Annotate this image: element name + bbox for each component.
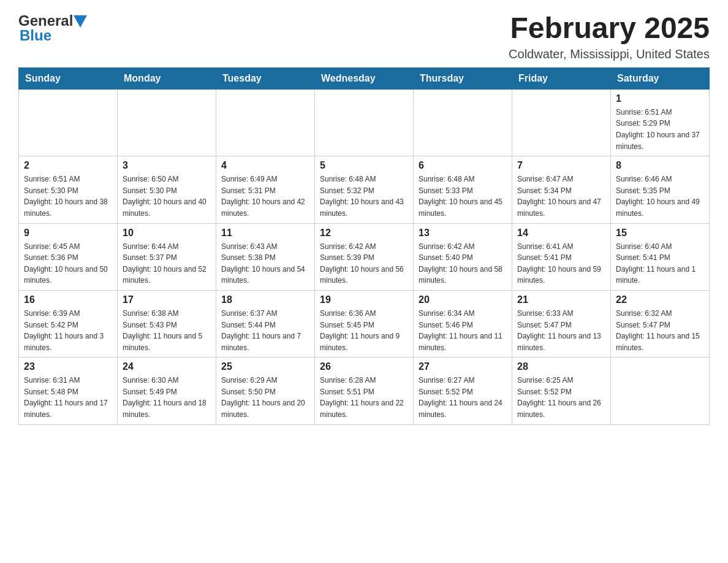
day-info: Sunrise: 6:45 AMSunset: 5:36 PMDaylight:… [24,241,112,286]
day-info: Sunrise: 6:48 AMSunset: 5:33 PMDaylight:… [419,174,507,219]
day-number: 24 [123,361,211,372]
day-info: Sunrise: 6:51 AMSunset: 5:29 PMDaylight:… [616,107,704,152]
day-number: 22 [616,294,704,305]
calendar-day-cell [216,89,315,156]
calendar-day-cell: 15Sunrise: 6:40 AMSunset: 5:41 PMDayligh… [611,223,710,290]
day-info: Sunrise: 6:48 AMSunset: 5:32 PMDaylight:… [320,174,408,219]
calendar-day-cell: 5Sunrise: 6:48 AMSunset: 5:32 PMDaylight… [315,156,414,223]
day-number: 18 [221,294,309,305]
calendar-day-cell: 25Sunrise: 6:29 AMSunset: 5:50 PMDayligh… [216,358,315,424]
day-number: 13 [419,228,507,239]
day-info: Sunrise: 6:36 AMSunset: 5:45 PMDaylight:… [320,308,408,353]
calendar-week-row: 9Sunrise: 6:45 AMSunset: 5:36 PMDaylight… [19,223,710,290]
calendar-day-cell: 23Sunrise: 6:31 AMSunset: 5:48 PMDayligh… [19,358,118,424]
day-number: 21 [517,294,605,305]
day-info: Sunrise: 6:27 AMSunset: 5:52 PMDaylight:… [419,375,507,420]
day-info: Sunrise: 6:32 AMSunset: 5:47 PMDaylight:… [616,308,704,353]
day-info: Sunrise: 6:41 AMSunset: 5:41 PMDaylight:… [517,241,605,286]
day-number: 27 [419,361,507,372]
day-number: 1 [616,93,704,104]
day-info: Sunrise: 6:43 AMSunset: 5:38 PMDaylight:… [221,241,309,286]
calendar-day-header: Monday [118,67,216,89]
day-number: 19 [320,294,408,305]
day-number: 3 [123,160,211,171]
calendar-day-cell: 3Sunrise: 6:50 AMSunset: 5:30 PMDaylight… [118,156,216,223]
day-number: 7 [517,160,605,171]
day-info: Sunrise: 6:42 AMSunset: 5:40 PMDaylight:… [419,241,507,286]
svg-marker-0 [74,15,87,28]
day-number: 23 [24,361,112,372]
calendar-day-cell: 14Sunrise: 6:41 AMSunset: 5:41 PMDayligh… [512,223,611,290]
title-block: February 2025 Coldwater, Mississippi, Un… [509,12,710,61]
calendar-day-cell: 16Sunrise: 6:39 AMSunset: 5:42 PMDayligh… [19,290,118,357]
day-number: 6 [419,160,507,171]
calendar-subtitle: Coldwater, Mississippi, United States [509,47,710,61]
day-info: Sunrise: 6:39 AMSunset: 5:42 PMDaylight:… [24,308,112,353]
day-info: Sunrise: 6:30 AMSunset: 5:49 PMDaylight:… [123,375,211,420]
calendar-day-cell: 19Sunrise: 6:36 AMSunset: 5:45 PMDayligh… [315,290,414,357]
calendar-week-row: 2Sunrise: 6:51 AMSunset: 5:30 PMDaylight… [19,156,710,223]
calendar-day-cell: 24Sunrise: 6:30 AMSunset: 5:49 PMDayligh… [118,358,216,424]
day-info: Sunrise: 6:47 AMSunset: 5:34 PMDaylight:… [517,174,605,219]
day-number: 26 [320,361,408,372]
calendar-day-header: Sunday [19,67,118,89]
calendar-day-header: Wednesday [315,67,414,89]
calendar-day-cell [315,89,414,156]
calendar-day-header: Friday [512,67,611,89]
calendar-day-cell: 21Sunrise: 6:33 AMSunset: 5:47 PMDayligh… [512,290,611,357]
day-info: Sunrise: 6:28 AMSunset: 5:51 PMDaylight:… [320,375,408,420]
calendar-day-cell [512,89,611,156]
calendar-header-row: SundayMondayTuesdayWednesdayThursdayFrid… [19,67,710,89]
calendar-week-row: 16Sunrise: 6:39 AMSunset: 5:42 PMDayligh… [19,290,710,357]
page-header: General Blue February 2025 Coldwater, Mi… [18,12,710,61]
calendar-day-cell: 9Sunrise: 6:45 AMSunset: 5:36 PMDaylight… [19,223,118,290]
day-number: 4 [221,160,309,171]
day-info: Sunrise: 6:50 AMSunset: 5:30 PMDaylight:… [123,174,211,219]
calendar-day-header: Saturday [611,67,710,89]
day-number: 17 [123,294,211,305]
day-number: 20 [419,294,507,305]
day-number: 5 [320,160,408,171]
calendar-day-cell: 11Sunrise: 6:43 AMSunset: 5:38 PMDayligh… [216,223,315,290]
day-info: Sunrise: 6:46 AMSunset: 5:35 PMDaylight:… [616,174,704,219]
calendar-day-header: Tuesday [216,67,315,89]
day-number: 11 [221,228,309,239]
day-number: 25 [221,361,309,372]
day-number: 2 [24,160,112,171]
day-info: Sunrise: 6:42 AMSunset: 5:39 PMDaylight:… [320,241,408,286]
calendar-day-cell: 17Sunrise: 6:38 AMSunset: 5:43 PMDayligh… [118,290,216,357]
calendar-day-cell: 4Sunrise: 6:49 AMSunset: 5:31 PMDaylight… [216,156,315,223]
day-info: Sunrise: 6:44 AMSunset: 5:37 PMDaylight:… [123,241,211,286]
calendar-day-cell: 2Sunrise: 6:51 AMSunset: 5:30 PMDaylight… [19,156,118,223]
day-info: Sunrise: 6:33 AMSunset: 5:47 PMDaylight:… [517,308,605,353]
day-number: 16 [24,294,112,305]
calendar-day-cell: 27Sunrise: 6:27 AMSunset: 5:52 PMDayligh… [414,358,512,424]
calendar-day-cell [414,89,512,156]
day-info: Sunrise: 6:34 AMSunset: 5:46 PMDaylight:… [419,308,507,353]
calendar-day-cell: 22Sunrise: 6:32 AMSunset: 5:47 PMDayligh… [611,290,710,357]
calendar-week-row: 23Sunrise: 6:31 AMSunset: 5:48 PMDayligh… [19,358,710,424]
day-info: Sunrise: 6:38 AMSunset: 5:43 PMDaylight:… [123,308,211,353]
calendar-day-cell [611,358,710,424]
calendar-day-cell [118,89,216,156]
day-info: Sunrise: 6:25 AMSunset: 5:52 PMDaylight:… [517,375,605,420]
day-number: 10 [123,228,211,239]
day-number: 28 [517,361,605,372]
calendar-day-cell [19,89,118,156]
calendar-day-cell: 10Sunrise: 6:44 AMSunset: 5:37 PMDayligh… [118,223,216,290]
day-number: 8 [616,160,704,171]
calendar-title: February 2025 [509,12,710,45]
logo: General Blue [18,12,87,44]
day-number: 9 [24,228,112,239]
day-number: 15 [616,228,704,239]
calendar-day-cell: 6Sunrise: 6:48 AMSunset: 5:33 PMDaylight… [414,156,512,223]
calendar-day-cell: 13Sunrise: 6:42 AMSunset: 5:40 PMDayligh… [414,223,512,290]
calendar-table: SundayMondayTuesdayWednesdayThursdayFrid… [18,67,710,425]
day-number: 14 [517,228,605,239]
calendar-day-cell: 12Sunrise: 6:42 AMSunset: 5:39 PMDayligh… [315,223,414,290]
calendar-day-cell: 18Sunrise: 6:37 AMSunset: 5:44 PMDayligh… [216,290,315,357]
calendar-day-cell: 1Sunrise: 6:51 AMSunset: 5:29 PMDaylight… [611,89,710,156]
day-info: Sunrise: 6:51 AMSunset: 5:30 PMDaylight:… [24,174,112,219]
day-info: Sunrise: 6:40 AMSunset: 5:41 PMDaylight:… [616,241,704,286]
calendar-week-row: 1Sunrise: 6:51 AMSunset: 5:29 PMDaylight… [19,89,710,156]
